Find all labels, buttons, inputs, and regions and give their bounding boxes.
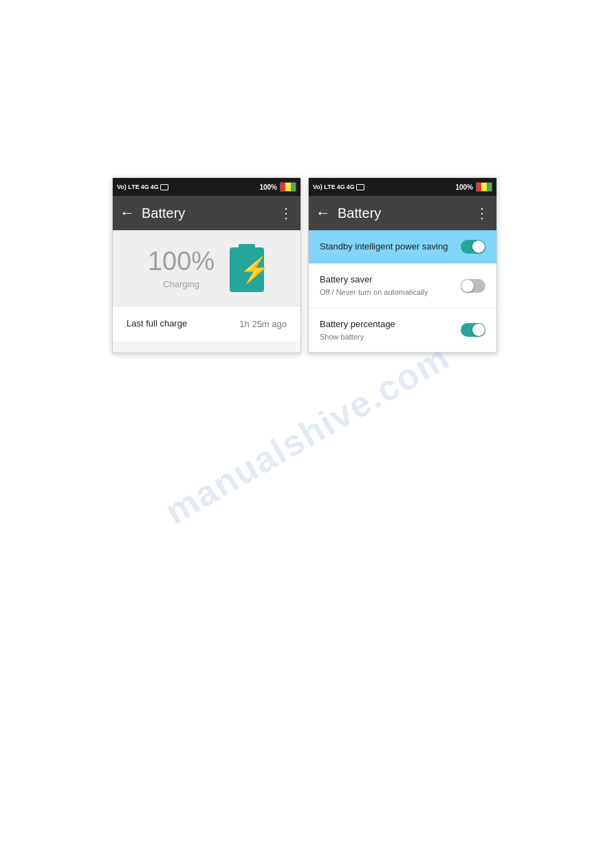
- network-4g-1: 4G: [141, 183, 149, 190]
- settings-item-title-standby: Standby intelligent power saving: [320, 241, 454, 253]
- battery-percent-status-1: 100%: [259, 183, 277, 191]
- settings-item-title-battery-percentage: Battery percentage: [320, 318, 454, 331]
- battery-info: 100% Charging: [148, 247, 215, 289]
- settings-item-text-battery-saver: Battery saver Off / Never turn on automa…: [320, 274, 461, 298]
- battery-body: ⚡: [230, 247, 264, 292]
- settings-item-subtitle-battery-saver: Off / Never turn on automatically: [320, 287, 454, 298]
- battery-large-icon: ⚡: [228, 244, 265, 292]
- app-bar-1: ← Battery ⋮: [113, 196, 300, 230]
- network-4g-3: 4G: [337, 183, 345, 190]
- status-bar-1: Vo) LTE 4G 4G 100%: [113, 178, 300, 196]
- menu-button-2[interactable]: ⋮: [475, 205, 490, 221]
- watermark: manualshive.com: [158, 336, 457, 532]
- status-bar-left-2: Vo) LTE 4G 4G: [313, 183, 364, 190]
- battery-status-icon-1: [280, 182, 296, 192]
- toggle-battery-percentage[interactable]: [461, 323, 485, 337]
- screenshots-container: Vo) LTE 4G 4G 100% ← Battery ⋮ 100% Char…: [112, 177, 497, 353]
- settings-item-text-battery-percentage: Battery percentage Show battery: [320, 318, 461, 343]
- sim-icon-2: [356, 184, 364, 190]
- toggle-knob-battery-saver: [461, 280, 474, 292]
- toggle-battery-saver[interactable]: [461, 279, 485, 293]
- back-button-1[interactable]: ←: [120, 204, 135, 222]
- carrier-label-1: Vo) LTE: [117, 183, 140, 190]
- last-full-charge-time: 1h 25m ago: [239, 319, 287, 329]
- app-bar-2: ← Battery ⋮: [309, 196, 496, 230]
- toggle-knob-battery-percentage: [472, 324, 485, 336]
- battery-percent-status-2: 100%: [455, 183, 473, 191]
- back-button-2[interactable]: ←: [316, 204, 331, 222]
- last-full-charge-row: Last full charge 1h 25m ago: [113, 307, 300, 341]
- status-bar-left-1: Vo) LTE 4G 4G: [117, 183, 168, 190]
- status-bar-right-2: 100%: [455, 182, 492, 192]
- charging-status-label: Charging: [148, 279, 215, 289]
- settings-item-title-battery-saver: Battery saver: [320, 274, 454, 286]
- network-4g-4: 4G: [347, 183, 355, 190]
- phone-screen-1: Vo) LTE 4G 4G 100% ← Battery ⋮ 100% Char…: [112, 177, 301, 353]
- page-title-1: Battery: [142, 205, 272, 221]
- battery-main-section: 100% Charging ⚡: [113, 230, 300, 306]
- toggle-knob-standby: [472, 241, 485, 253]
- sim-icon-1: [160, 184, 168, 190]
- settings-item-battery-saver[interactable]: Battery saver Off / Never turn on automa…: [309, 264, 496, 309]
- carrier-label-2: Vo) LTE: [313, 183, 336, 190]
- battery-percentage-display: 100%: [148, 247, 215, 276]
- status-bar-2: Vo) LTE 4G 4G 100%: [309, 178, 496, 196]
- page-title-2: Battery: [338, 205, 468, 221]
- settings-item-subtitle-battery-percentage: Show battery: [320, 332, 454, 342]
- menu-button-1[interactable]: ⋮: [279, 205, 294, 221]
- settings-item-standby[interactable]: Standby intelligent power saving: [309, 230, 496, 264]
- bolt-icon: ⚡: [239, 258, 270, 282]
- network-4g-2: 4G: [151, 183, 159, 190]
- phone-screen-2: Vo) LTE 4G 4G 100% ← Battery ⋮ Standby i…: [308, 177, 497, 353]
- last-full-charge-label: Last full charge: [127, 318, 187, 330]
- settings-item-battery-percentage[interactable]: Battery percentage Show battery: [309, 309, 496, 353]
- settings-item-text-standby: Standby intelligent power saving: [320, 241, 461, 253]
- settings-list: Standby intelligent power saving Battery…: [309, 230, 496, 353]
- battery-status-icon-2: [476, 182, 492, 192]
- toggle-standby[interactable]: [461, 240, 485, 254]
- status-bar-right-1: 100%: [259, 182, 296, 192]
